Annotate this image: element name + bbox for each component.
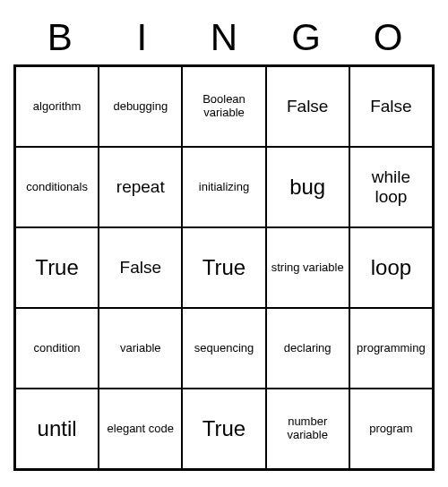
bingo-header: B I N G O	[13, 16, 435, 59]
bingo-cell[interactable]: False	[99, 227, 182, 308]
bingo-card: B I N G O algorithmdebuggingBoolean vari…	[13, 16, 435, 471]
bingo-cell[interactable]: bug	[266, 147, 349, 227]
bingo-cell[interactable]: condition	[15, 308, 99, 389]
bingo-cell[interactable]: repeat	[99, 147, 182, 227]
header-letter: I	[101, 16, 182, 59]
header-letter: O	[348, 16, 428, 59]
bingo-cell[interactable]: conditionals	[15, 147, 99, 227]
header-letter: N	[184, 16, 264, 59]
bingo-cell[interactable]: program	[349, 389, 433, 469]
bingo-cell[interactable]: loop	[349, 227, 433, 308]
bingo-cell[interactable]: True	[15, 227, 99, 308]
bingo-cell[interactable]: True	[182, 227, 265, 308]
bingo-cell[interactable]: until	[15, 389, 99, 469]
bingo-grid: algorithmdebuggingBoolean variableFalseF…	[13, 64, 435, 471]
bingo-cell[interactable]: programming	[349, 308, 433, 389]
header-letter: G	[266, 16, 347, 59]
bingo-cell[interactable]: declaring	[266, 308, 349, 389]
bingo-cell[interactable]: initializing	[182, 147, 265, 227]
bingo-cell[interactable]: elegant code	[99, 389, 182, 469]
bingo-cell[interactable]: sequencing	[182, 308, 265, 389]
bingo-cell[interactable]: while loop	[349, 147, 433, 227]
bingo-cell[interactable]: algorithm	[15, 66, 99, 147]
bingo-cell[interactable]: Boolean variable	[182, 66, 265, 147]
bingo-cell[interactable]: False	[266, 66, 349, 147]
bingo-cell[interactable]: string variable	[266, 227, 349, 308]
header-letter: B	[20, 16, 100, 59]
bingo-cell[interactable]: False	[349, 66, 433, 147]
bingo-cell[interactable]: variable	[99, 308, 182, 389]
bingo-cell[interactable]: True	[182, 389, 265, 469]
bingo-cell[interactable]: number variable	[266, 389, 349, 469]
bingo-cell[interactable]: debugging	[99, 66, 182, 147]
